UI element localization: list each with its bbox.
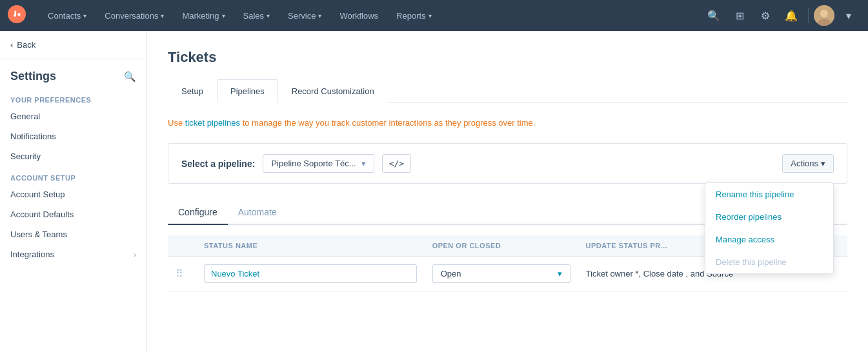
- nav-items: Contacts ▾ Conversations ▾ Marketing ▾ S…: [39, 0, 702, 31]
- ticket-pipelines-link[interactable]: ticket pipelines: [185, 118, 240, 128]
- avatar[interactable]: [814, 5, 834, 26]
- dropdown-manage-access[interactable]: Manage access: [705, 228, 833, 251]
- chevron-down-icon: ▾: [821, 159, 825, 168]
- nav-workflows[interactable]: Workflows: [330, 0, 387, 31]
- actions-button[interactable]: Actions ▾: [782, 154, 834, 173]
- open-closed-value: Open: [441, 269, 461, 279]
- page-title: Tickets: [168, 49, 847, 66]
- notifications-icon[interactable]: 🔔: [780, 4, 803, 27]
- chevron-down-icon: ▾: [361, 159, 366, 168]
- settings-icon[interactable]: ⚙: [754, 4, 777, 27]
- nav-conversations[interactable]: Conversations ▾: [96, 0, 173, 31]
- chevron-down-icon: ▾: [161, 12, 164, 19]
- sidebar-item-notifications[interactable]: Notifications: [0, 126, 146, 146]
- svg-point-0: [8, 5, 26, 23]
- sidebar-item-account-defaults[interactable]: Account Defaults: [0, 204, 146, 224]
- sidebar-search-icon[interactable]: 🔍: [124, 71, 136, 83]
- chevron-down-icon: ▾: [429, 12, 432, 19]
- chevron-down-icon: ▾: [318, 12, 321, 19]
- nav-marketing[interactable]: Marketing ▾: [173, 0, 234, 31]
- chevron-down-icon: ▾: [222, 12, 225, 19]
- pipeline-select-dropdown[interactable]: Pipeline Soporte Téc... ▾: [263, 154, 374, 173]
- chevron-down-icon: ▾: [83, 12, 86, 19]
- sidebar-title: Settings: [10, 70, 56, 83]
- drag-handle-icon[interactable]: ⠿: [176, 268, 188, 279]
- sidebar: ‹ Back Settings 🔍 Your Preferences Gener…: [0, 31, 147, 352]
- dropdown-rename-pipeline[interactable]: Rename this pipeline: [705, 183, 833, 206]
- col-open-closed: Open or Closed: [425, 235, 578, 257]
- sidebar-item-integrations[interactable]: Integrations ›: [0, 244, 146, 264]
- open-closed-select[interactable]: Open ▾: [432, 264, 570, 283]
- sub-tab-automate[interactable]: Automate: [228, 200, 287, 225]
- sidebar-header: Settings 🔍: [0, 59, 146, 88]
- info-text: Use ticket pipelines to manage the way y…: [168, 118, 847, 128]
- svg-point-2: [820, 10, 828, 17]
- sidebar-item-users-teams[interactable]: Users & Teams: [0, 224, 146, 244]
- topnav: Contacts ▾ Conversations ▾ Marketing ▾ S…: [0, 0, 868, 31]
- section-account-setup: Account Setup: [0, 166, 146, 184]
- nav-contacts[interactable]: Contacts ▾: [39, 0, 96, 31]
- chevron-down-icon: ▾: [558, 269, 562, 279]
- hubspot-logo[interactable]: [8, 5, 28, 26]
- chevron-down-icon: ▾: [267, 12, 270, 19]
- code-embed-button[interactable]: </>: [382, 154, 411, 173]
- col-status-name: Status Name: [196, 235, 425, 257]
- nav-reports[interactable]: Reports ▾: [387, 0, 441, 31]
- dropdown-reorder-pipelines[interactable]: Reorder pipelines: [705, 206, 833, 228]
- sidebar-item-security[interactable]: Security: [0, 146, 146, 166]
- back-button[interactable]: ‹ Back: [0, 31, 146, 59]
- tab-record-customization[interactable]: Record Customization: [278, 79, 388, 103]
- sidebar-item-account-setup[interactable]: Account Setup: [0, 184, 146, 204]
- dropdown-delete-pipeline: Delete this pipeline: [705, 251, 833, 273]
- section-your-preferences: Your Preferences: [0, 88, 146, 106]
- status-name-input[interactable]: [204, 264, 417, 283]
- nav-sales[interactable]: Sales ▾: [234, 0, 279, 31]
- sidebar-item-general[interactable]: General: [0, 106, 146, 126]
- nav-right: 🔍 ⊞ ⚙ 🔔 ▾: [702, 4, 860, 27]
- nav-service[interactable]: Service ▾: [279, 0, 330, 31]
- main-content: Tickets Setup Pipelines Record Customiza…: [147, 31, 868, 352]
- pipeline-row: Select a pipeline: Pipeline Soporte Téc.…: [168, 143, 847, 184]
- marketplace-icon[interactable]: ⊞: [728, 4, 751, 27]
- search-button[interactable]: 🔍: [702, 4, 725, 27]
- tab-pipelines[interactable]: Pipelines: [217, 79, 278, 103]
- col-drag: [168, 235, 196, 257]
- back-arrow-icon: ‹: [10, 40, 13, 50]
- sub-tab-configure[interactable]: Configure: [168, 200, 228, 225]
- nav-divider: [808, 8, 809, 23]
- account-chevron-icon[interactable]: ▾: [837, 4, 860, 27]
- pipeline-selected-value: Pipeline Soporte Téc...: [271, 159, 356, 168]
- tab-setup[interactable]: Setup: [168, 79, 217, 103]
- chevron-right-icon: ›: [134, 251, 136, 259]
- pipeline-row-label: Select a pipeline:: [181, 159, 255, 169]
- page-tabs: Setup Pipelines Record Customization: [168, 79, 847, 103]
- actions-dropdown: Rename this pipeline Reorder pipelines M…: [705, 182, 834, 274]
